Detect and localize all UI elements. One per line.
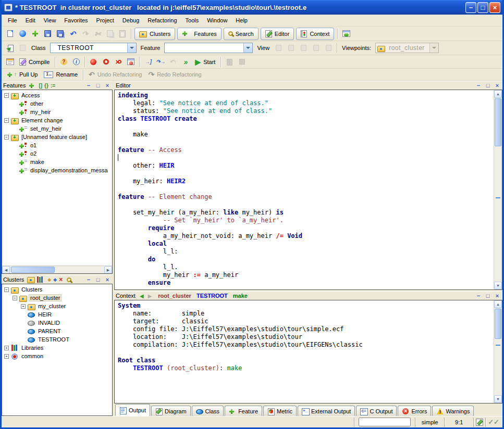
clusters-maximize-icon[interactable]: □ (94, 276, 102, 283)
view-interface-icon[interactable] (322, 42, 335, 54)
status-input[interactable] (359, 418, 411, 426)
clusters-search-icon[interactable] (67, 277, 71, 282)
code-line[interactable]: legal: "See notice at end of class." (118, 99, 494, 107)
code-line[interactable]: -- Set `my_heir' to `a_my_heir'. (118, 217, 494, 224)
code-line[interactable]: make (118, 131, 494, 138)
cut-icon[interactable]: ✄ (91, 28, 104, 40)
code-line[interactable]: ensure (118, 279, 494, 287)
add-library-icon[interactable] (36, 276, 44, 283)
tab-class[interactable]: Class (192, 406, 224, 416)
context-back-icon[interactable]: ◀ (140, 293, 144, 299)
code-line[interactable]: target: classic (118, 318, 494, 325)
tab-output[interactable]: Output (115, 404, 150, 416)
tree-item[interactable]: +Libraries (2, 344, 112, 352)
tab-external-output[interactable]: External Output (298, 406, 355, 416)
view-basic-text-icon[interactable] (272, 42, 285, 54)
editor-vscrollbar[interactable]: ▲ ▼ (494, 90, 502, 289)
features-button[interactable]: Features (177, 28, 221, 40)
tree-item[interactable]: HEIR (2, 310, 112, 319)
expand-toggle-icon[interactable]: + (4, 346, 9, 350)
rename-button[interactable]: Rename (42, 68, 80, 81)
menu-file[interactable]: File (4, 16, 21, 25)
features-maximize-icon[interactable]: □ (94, 82, 102, 89)
code-line[interactable]: set_my_heir (a_my_heir: like my_heir) is (118, 209, 494, 217)
tree-item[interactable]: −[Unnamed feature clause] (2, 133, 112, 141)
tab-feature[interactable]: Feature (225, 406, 262, 416)
code-line[interactable]: l_l: (118, 248, 494, 256)
code-line[interactable]: indexing (118, 92, 494, 99)
expand-toggle-icon[interactable]: − (13, 296, 17, 300)
tree-item[interactable]: INVALID (2, 319, 112, 327)
tree-item[interactable]: −root_cluster (2, 294, 112, 302)
view-flat-icon[interactable] (297, 42, 310, 54)
tree-item[interactable]: other (2, 99, 112, 108)
feature-combobox-arrow[interactable] (243, 43, 252, 53)
menu-tools[interactable]: Tools (181, 16, 203, 25)
code-line[interactable]: other: HEIR (118, 162, 494, 170)
expand-toggle-icon[interactable]: − (4, 118, 9, 123)
compile-info-icon[interactable] (4, 56, 16, 68)
code-line[interactable] (118, 170, 494, 178)
context-close-icon[interactable]: × (494, 292, 501, 299)
scroll-left-arrow[interactable]: ◀ (2, 266, 10, 274)
tree-item[interactable]: TESTROOT (2, 335, 112, 344)
features-minimize-icon[interactable]: − (85, 82, 92, 89)
feature-combobox[interactable] (164, 43, 253, 53)
tab-metric[interactable]: Metric (263, 406, 297, 416)
menu-view[interactable]: View (40, 16, 60, 25)
assigner-filter-icon[interactable]: := (51, 83, 55, 89)
code-line[interactable]: do (118, 256, 494, 263)
minimize-button[interactable]: − (465, 2, 476, 13)
context-button[interactable]: Context (296, 28, 334, 40)
editor-button[interactable]: Editor (261, 28, 294, 40)
brackets-filter-icon[interactable]: [] (39, 83, 42, 89)
code-line[interactable]: my_heir := a_my_heir (118, 271, 494, 279)
save-all-icon[interactable] (54, 28, 66, 40)
hscroll-thumb[interactable] (11, 267, 55, 273)
add-subcluster-icon[interactable]: ◆ (53, 276, 57, 283)
code-line[interactable] (118, 185, 494, 193)
code-line[interactable]: a_my_heir_not_void: a_my_heir /= Void (118, 232, 494, 240)
search-button[interactable]: Search (224, 28, 259, 40)
code-line[interactable] (118, 154, 494, 162)
run-ignore-breakpoints-icon[interactable]: » (179, 56, 192, 68)
compile-button[interactable]: Compile (17, 56, 52, 68)
scroll-up-arrow[interactable]: ▲ (494, 300, 502, 308)
menu-project[interactable]: Project (92, 16, 118, 25)
history-back-icon[interactable] (4, 42, 16, 54)
braces-filter-icon[interactable]: {} (44, 83, 48, 89)
tree-item[interactable]: o1 (2, 141, 112, 149)
clusters-close-icon[interactable]: × (104, 276, 111, 283)
expand-toggle-icon[interactable]: + (4, 354, 9, 359)
new-class-icon[interactable] (29, 28, 41, 40)
tab-errors[interactable]: Errors (398, 406, 431, 416)
context-vscroll-thumb[interactable] (495, 309, 501, 339)
features-hscrollbar[interactable]: ◀ ▶ (2, 266, 112, 273)
step-out-icon[interactable]: ↶↑ (167, 56, 179, 68)
add-item-icon[interactable]: ◆ (47, 276, 51, 283)
tree-item[interactable]: +common (2, 352, 112, 360)
tree-item[interactable]: PARENT (2, 327, 112, 335)
tree-item[interactable]: o2 (2, 149, 112, 158)
copy-icon[interactable] (104, 28, 116, 40)
tab-c-output[interactable]: C Output (356, 406, 397, 416)
undo-refactoring-button[interactable]: ↶ Undo Refactoring (87, 68, 144, 81)
code-line[interactable]: feature -- Access (118, 146, 494, 154)
breakpoint-enable-icon[interactable] (87, 56, 100, 68)
code-line[interactable]: location: J:\Eiffel57\examples\studio\to… (118, 333, 494, 341)
open-project-icon[interactable] (16, 28, 29, 40)
context-text[interactable]: System name: simple target: classic conf… (115, 300, 494, 403)
code-line[interactable]: status: "See notice at end of class." (118, 107, 494, 115)
menu-favorites[interactable]: Favorites (60, 16, 92, 25)
menu-window[interactable]: Window (203, 16, 231, 25)
tree-item[interactable]: make (2, 158, 112, 166)
close-button[interactable]: × (489, 2, 500, 13)
code-line[interactable]: feature -- Element change (118, 193, 494, 201)
code-line[interactable]: System (118, 302, 494, 310)
tab-warnings[interactable]: Warnings (432, 406, 474, 416)
expand-toggle-icon[interactable]: − (4, 135, 9, 140)
class-combobox[interactable]: TESTROOT (50, 43, 137, 53)
editor-minimize-icon[interactable]: − (475, 82, 482, 89)
tab-diagram[interactable]: Diagram (151, 406, 191, 416)
add-cluster-icon[interactable] (27, 276, 34, 283)
